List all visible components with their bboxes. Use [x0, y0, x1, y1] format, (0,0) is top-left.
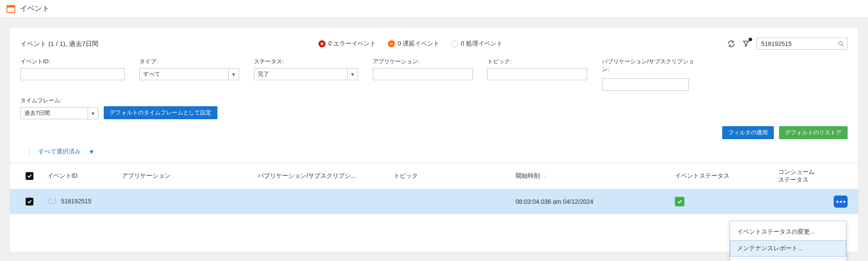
restore-defaults-button[interactable]: デフォルトのリストア: [779, 126, 848, 139]
menu-divider: [730, 258, 846, 259]
filters-row: イベントID: タイプ: すべて ▾ ステータス: 完了 ▾ アプリケーション:: [10, 58, 858, 91]
event-count-label: イベント (1 / 1), 過去7日間: [20, 40, 99, 48]
filter-timeframe: タイムフレーム: 過去7日間 ▾: [20, 97, 99, 119]
summary-strip: イベント (1 / 1), 過去7日間 0 エラーイベント 0 遅延イベント: [10, 38, 858, 58]
filter-status-label: ステータス:: [254, 58, 358, 65]
filter-application-input[interactable]: [373, 68, 473, 80]
header-checkbox[interactable]: [26, 172, 33, 180]
filter-topic-input[interactable]: [487, 68, 587, 80]
col-application[interactable]: アプリケーション: [118, 163, 253, 189]
col-consume-status-l2: ステータス: [778, 176, 809, 183]
filter-application-label: アプリケーション:: [373, 58, 473, 65]
filter-badge-icon: [749, 38, 752, 41]
filter-status: ステータス: 完了 ▾: [254, 58, 358, 91]
svg-point-3: [839, 42, 842, 45]
chevron-down-icon: ▾: [88, 108, 98, 119]
filter-pubsub: パブリケーション/サブスクリプション:: [602, 58, 697, 91]
svg-rect-1: [7, 5, 15, 7]
apply-filter-button[interactable]: フィルタの適用: [722, 126, 774, 139]
refresh-icon[interactable]: [727, 39, 736, 48]
search-input-value: 518192515: [761, 40, 838, 47]
delayed-events-pill: 0 遅延イベント: [388, 40, 444, 48]
divider: [29, 148, 30, 156]
filter-topic: トピック:: [487, 58, 587, 91]
filter-timeframe-select[interactable]: 過去7日間 ▾: [20, 107, 99, 119]
topbar: イベント: [0, 0, 868, 17]
summary-right: 518192515: [727, 38, 848, 50]
chevron-down-icon[interactable]: ▼: [89, 148, 95, 155]
filter-topic-label: トピック:: [487, 58, 587, 65]
table-header-row: イベントID アプリケーション パブリケーション/サブスクリプシ... トピック…: [10, 163, 858, 189]
col-pubsub[interactable]: パブリケーション/サブスクリプシ...: [253, 163, 389, 189]
filter-actions: フィルタの適用 デフォルトのリストア: [10, 119, 858, 144]
filter-status-value: 完了: [258, 70, 269, 78]
select-all-row: すべて選択済み ▼: [10, 144, 858, 163]
row-context-menu: イベントステータスの変更... メンテナンスレポート... 処理に関する情報..…: [730, 221, 847, 261]
filter-event-id-label: イベントID:: [20, 58, 125, 65]
filter-timeframe-label: タイムフレーム:: [20, 97, 99, 104]
filter-type: タイプ: すべて ▾: [139, 58, 239, 91]
filter-funnel-icon[interactable]: [742, 39, 750, 48]
row-pubsub: [253, 189, 389, 214]
calendar-app-icon: [6, 4, 16, 13]
sort-asc-icon: ↓: [544, 173, 547, 179]
row-event-status: [671, 189, 774, 214]
row-event-id-cell: 518192515: [43, 189, 118, 214]
filter-pubsub-label: パブリケーション/サブスクリプション:: [602, 58, 697, 73]
filter-type-select[interactable]: すべて ▾: [139, 68, 239, 80]
delayed-icon: [388, 40, 395, 47]
filter-type-value: すべて: [143, 70, 160, 78]
page-title: イベント: [20, 3, 49, 13]
cloud-icon: [47, 199, 58, 206]
search-icon: [838, 40, 845, 47]
row-checkbox-cell[interactable]: [10, 189, 43, 214]
col-consume-status-l1: コンシューム: [778, 168, 815, 175]
col-event-id[interactable]: イベントID: [43, 163, 118, 189]
chevron-down-icon: ▾: [228, 69, 239, 80]
menu-maintenance-report[interactable]: メンテナンスレポート...: [730, 240, 846, 257]
set-default-timeframe-button[interactable]: デフォルトのタイムフレームとして設定: [104, 106, 217, 119]
delayed-events-label: 0 遅延イベント: [398, 40, 439, 48]
col-start-time[interactable]: 開始時刻 ↓: [511, 163, 671, 189]
error-events-pill: 0 エラーイベント: [319, 40, 380, 48]
search-input[interactable]: 518192515: [756, 38, 848, 50]
row-more-button[interactable]: [834, 196, 848, 208]
col-event-status[interactable]: イベントステータス: [671, 163, 774, 189]
table-row[interactable]: 518192515 08:03:04.036 am 04/12/2024: [10, 189, 858, 214]
processing-icon: [451, 40, 458, 47]
summary-status-center: 0 エラーイベント 0 遅延イベント 0 処理イベント: [99, 40, 727, 48]
row-application: [118, 189, 253, 214]
ellipsis-icon: [836, 201, 845, 203]
col-checkbox[interactable]: [10, 163, 43, 189]
filter-event-id-input[interactable]: [20, 68, 125, 80]
row-actions-cell: [774, 189, 858, 214]
col-consume-status[interactable]: コンシューム ステータス: [774, 163, 858, 189]
col-start-time-label: 開始時刻: [516, 172, 540, 179]
filter-type-label: タイプ:: [139, 58, 239, 65]
filter-status-select[interactable]: 完了 ▾: [254, 68, 358, 80]
filters-row-2: タイムフレーム: 過去7日間 ▾ デフォルトのタイムフレームとして設定: [10, 91, 858, 119]
error-events-label: 0 エラーイベント: [328, 40, 376, 48]
filter-pubsub-input[interactable]: [602, 78, 689, 91]
col-topic[interactable]: トピック: [389, 163, 511, 189]
row-checkbox[interactable]: [26, 198, 33, 206]
row-topic: [389, 189, 511, 214]
content-panel: イベント (1 / 1), 過去7日間 0 エラーイベント 0 遅延イベント: [10, 27, 858, 252]
menu-change-status[interactable]: イベントステータスの変更...: [730, 224, 846, 240]
filter-timeframe-value: 過去7日間: [24, 109, 50, 117]
chevron-down-icon: ▾: [347, 69, 358, 80]
select-all-link[interactable]: すべて選択済み: [38, 148, 81, 156]
svg-line-4: [842, 45, 844, 46]
processing-events-label: 0 処理イベント: [461, 40, 503, 48]
error-icon: [319, 40, 326, 47]
row-start-time: 08:03:04.036 am 04/12/2024: [511, 189, 671, 214]
filter-event-id: イベントID:: [20, 58, 125, 91]
status-ok-icon: [675, 197, 684, 206]
processing-events-pill: 0 処理イベント: [451, 40, 507, 48]
filter-application: アプリケーション:: [373, 58, 473, 91]
events-table: イベントID アプリケーション パブリケーション/サブスクリプシ... トピック…: [10, 163, 858, 214]
row-event-id: 518192515: [61, 198, 91, 205]
